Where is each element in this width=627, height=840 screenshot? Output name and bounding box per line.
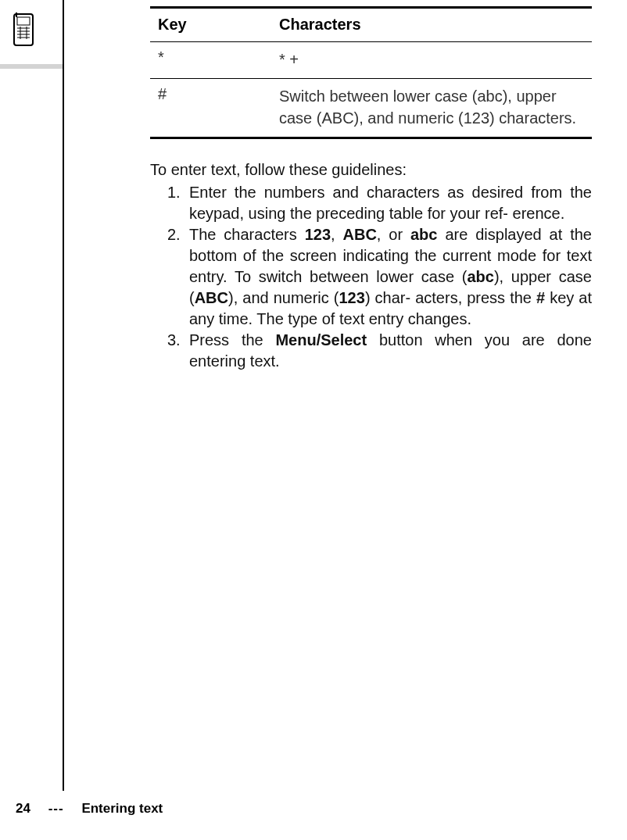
bold-run: abc — [467, 268, 493, 285]
table-row: * * + — [150, 42, 592, 79]
phone-icon — [9, 13, 38, 59]
step-number: 2. — [167, 224, 181, 245]
bold-run: ABC — [195, 289, 228, 306]
bold-run: Menu/Select — [275, 331, 367, 349]
text-run: The characters — [189, 226, 305, 243]
cell-chars: Switch between lower case (abc), upper c… — [271, 79, 592, 138]
cell-key: # — [150, 79, 271, 138]
step-item: 2.The characters 123, ABC, or abc are di… — [150, 224, 592, 330]
page-root: Key Characters * * + # Switch between lo… — [0, 0, 627, 840]
page-number: 24 — [16, 801, 30, 816]
text-run: Enter the numbers and characters as desi… — [189, 184, 592, 222]
text-run: , — [331, 226, 342, 243]
step-text: Enter the numbers and characters as desi… — [189, 182, 592, 224]
step-text: The characters 123, ABC, or abc are disp… — [189, 224, 592, 330]
text-run: ), and numeric ( — [228, 289, 339, 306]
footer-title: Entering text — [81, 801, 163, 816]
bold-run: ABC — [343, 226, 377, 243]
header-chars: Characters — [271, 8, 592, 42]
cell-key: * — [150, 42, 271, 79]
text-run: Press the — [189, 331, 275, 349]
step-number: 3. — [167, 330, 181, 351]
bold-run: 123 — [339, 289, 365, 306]
text-run: ) char- acters, press the — [365, 289, 536, 306]
footer-separator: --- — [48, 801, 64, 816]
vertical-rule — [63, 0, 64, 791]
bold-run: abc — [410, 226, 437, 243]
bold-run: # — [536, 289, 545, 306]
header-key: Key — [150, 8, 271, 42]
content-area: Key Characters * * + # Switch between lo… — [150, 6, 592, 372]
step-text: Press the Menu/Select button when you ar… — [189, 330, 592, 372]
bold-run: 123 — [305, 226, 331, 243]
characters-table: Key Characters * * + # Switch between lo… — [150, 6, 592, 139]
table-header-row: Key Characters — [150, 8, 592, 42]
page-footer: 24 --- Entering text — [16, 801, 163, 817]
step-number: 1. — [167, 182, 181, 203]
table-row: # Switch between lower case (abc), upper… — [150, 79, 592, 138]
margin-tab — [0, 64, 63, 69]
cell-chars: * + — [271, 42, 592, 79]
svg-rect-1 — [17, 17, 30, 25]
step-item: 1.Enter the numbers and characters as de… — [150, 182, 592, 224]
step-item: 3.Press the Menu/Select button when you … — [150, 330, 592, 372]
steps-list: 1.Enter the numbers and characters as de… — [150, 182, 592, 372]
intro-text: To enter text, follow these guidelines: — [150, 161, 592, 179]
text-run: , or — [377, 226, 410, 243]
